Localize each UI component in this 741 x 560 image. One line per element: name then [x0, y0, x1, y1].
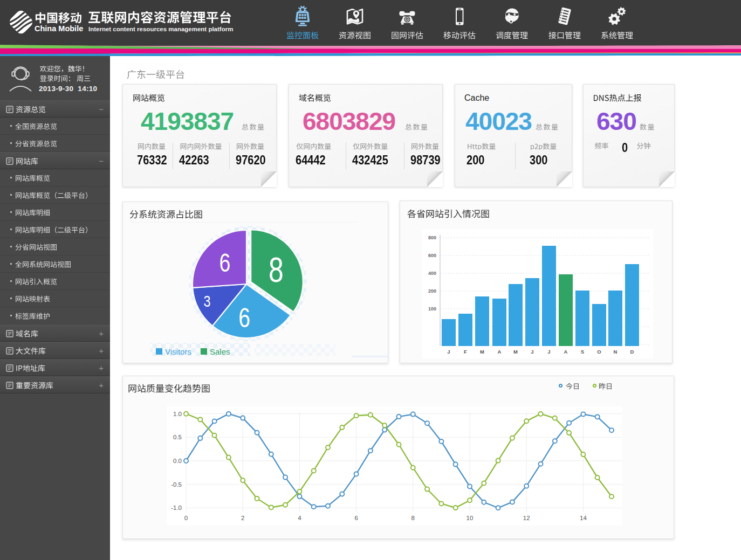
svg-text:14: 14	[580, 515, 587, 521]
svg-text:1.0: 1.0	[173, 411, 182, 417]
svg-text:200: 200	[428, 288, 436, 294]
svg-text:0.5: 0.5	[173, 434, 182, 440]
svg-text:0.0: 0.0	[173, 458, 182, 464]
svg-text:S: S	[581, 349, 584, 355]
svg-text:J: J	[447, 349, 450, 355]
svg-text:400: 400	[428, 271, 436, 276]
svg-text:F: F	[464, 349, 467, 355]
svg-text:M: M	[513, 349, 518, 355]
svg-text:J: J	[531, 349, 533, 355]
svg-text:10: 10	[466, 515, 474, 521]
svg-text:6: 6	[354, 515, 358, 521]
svg-text:0: 0	[184, 515, 188, 521]
svg-text:600: 600	[428, 253, 436, 258]
svg-text:N: N	[614, 349, 618, 355]
svg-text:O: O	[597, 349, 601, 355]
svg-text:-1.0: -1.0	[171, 504, 182, 511]
svg-text:M: M	[480, 349, 484, 355]
svg-text:800: 800	[428, 235, 436, 240]
svg-text:100: 100	[428, 306, 436, 312]
svg-text:6: 6	[238, 302, 250, 333]
svg-text:8: 8	[269, 251, 284, 289]
svg-text:6: 6	[219, 248, 231, 278]
svg-text:D: D	[630, 349, 634, 355]
svg-text:-0.5: -0.5	[171, 481, 182, 488]
svg-text:8: 8	[411, 515, 415, 521]
svg-text:4: 4	[298, 515, 301, 521]
svg-text:J: J	[547, 349, 550, 355]
svg-text:A: A	[498, 349, 502, 355]
svg-text:3: 3	[203, 292, 210, 310]
svg-text:A: A	[564, 349, 568, 355]
svg-text:12: 12	[523, 515, 530, 521]
svg-text:2: 2	[241, 515, 244, 521]
